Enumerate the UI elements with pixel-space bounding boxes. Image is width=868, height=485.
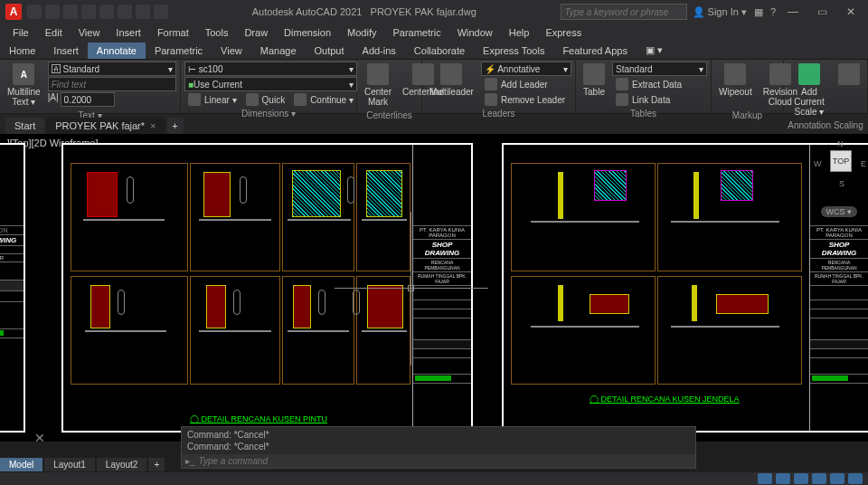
- menu-format[interactable]: Format: [150, 25, 196, 40]
- qat-share-icon[interactable]: [154, 5, 168, 19]
- link-data-button[interactable]: Link Data: [612, 92, 707, 107]
- dim-continue-button[interactable]: Continue ▾: [290, 92, 357, 107]
- layout-tab-add[interactable]: +: [148, 458, 165, 471]
- ribbon-tabs: Home Insert Annotate Parametric View Man…: [0, 42, 868, 60]
- menu-insert[interactable]: Insert: [108, 25, 148, 40]
- menu-edit[interactable]: Edit: [38, 25, 70, 40]
- menu-window[interactable]: Window: [450, 25, 500, 40]
- viewcube-top[interactable]: TOP: [830, 150, 852, 172]
- panel-label-tables: Tables: [580, 107, 707, 119]
- ribbon-tab-annotate[interactable]: Annotate: [88, 43, 146, 59]
- status-icon[interactable]: [776, 473, 790, 484]
- ribbon-panel-centerlines: Center Mark Centerline Centerlines: [357, 60, 422, 113]
- menu-view[interactable]: View: [71, 25, 108, 40]
- qat-plot-icon[interactable]: [99, 5, 114, 19]
- dimstyle-dropdown[interactable]: ⊢ sc100▾: [184, 62, 357, 76]
- ribbon-tab-parametric[interactable]: Parametric: [146, 43, 212, 59]
- menu-tools[interactable]: Tools: [198, 25, 236, 40]
- ribbon-tab-output[interactable]: Output: [306, 43, 354, 59]
- ribbon-tab-more[interactable]: ▣ ▾: [637, 42, 672, 59]
- menu-file[interactable]: File: [5, 25, 36, 40]
- file-tab-close-icon[interactable]: ×: [150, 120, 156, 131]
- multileader-button[interactable]: Multileader: [426, 62, 477, 99]
- wcs-dropdown[interactable]: WCS ▾: [821, 206, 858, 217]
- status-icon[interactable]: [830, 473, 844, 484]
- sheet-2: ◯ DETAIL RENCANA KUSEN JENDELA PT. KARYA…: [502, 143, 868, 433]
- dim-quick-button[interactable]: Quick: [242, 92, 289, 107]
- ribbon-tab-manage[interactable]: Manage: [251, 43, 306, 59]
- status-icon[interactable]: [848, 473, 863, 484]
- signin-button[interactable]: 👤 Sign In ▾: [693, 6, 747, 18]
- multiline-text-button[interactable]: A Multiline Text ▾: [4, 62, 44, 109]
- ribbon-tab-addins[interactable]: Add-ins: [354, 43, 405, 59]
- add-leader-button[interactable]: Add Leader: [481, 77, 571, 91]
- drawing-area[interactable]: -][Top][2D Wireframe] PARAGON DRAWING GU…: [0, 134, 868, 442]
- qat-open-icon[interactable]: [45, 5, 60, 19]
- minimize-icon[interactable]: —: [781, 5, 805, 18]
- file-tab-start[interactable]: Start: [5, 118, 44, 134]
- menu-parametric[interactable]: Parametric: [385, 25, 448, 40]
- viewcube[interactable]: N E S W TOP: [823, 143, 859, 197]
- command-line[interactable]: Command: *Cancel* Command: *Cancel* ▸_: [181, 426, 696, 469]
- floating-close-icon[interactable]: ✕: [34, 431, 45, 445]
- panel-label-centerlines: Centerlines: [361, 109, 418, 120]
- maximize-icon[interactable]: ▭: [810, 5, 834, 18]
- quick-access-toolbar: [27, 5, 168, 19]
- wipeout-button[interactable]: Wipeout: [715, 62, 756, 99]
- file-tab-proyek[interactable]: PROYEK PAK fajar*×: [46, 118, 165, 134]
- scale-list-button[interactable]: [835, 62, 863, 87]
- command-history: Command: *Cancel* Command: *Cancel*: [182, 427, 695, 454]
- layout-tabs: Model Layout1 Layout2 +: [0, 456, 165, 472]
- leader-style-dropdown[interactable]: ⚡ Annotative▾: [481, 62, 571, 76]
- find-text-input[interactable]: [48, 77, 176, 91]
- text-style-dropdown[interactable]: 🄰 Standard▾: [48, 62, 176, 76]
- extract-data-button[interactable]: Extract Data: [612, 77, 707, 91]
- status-icon[interactable]: [812, 473, 826, 484]
- app-logo[interactable]: A: [5, 4, 22, 20]
- panel-label-markup: Markup: [715, 109, 779, 120]
- table-button[interactable]: Table: [580, 62, 609, 99]
- ribbon-panel-tables: Table Standard▾ Extract Data Link Data T…: [576, 60, 712, 113]
- text-height-input[interactable]: [61, 92, 115, 107]
- layout-tab-layout1[interactable]: Layout1: [44, 458, 95, 471]
- menu-dimension[interactable]: Dimension: [277, 25, 338, 40]
- keyword-search-input[interactable]: [561, 4, 687, 20]
- ribbon-panel-markup: Wipeout Revision Cloud Markup: [712, 60, 784, 113]
- ribbon-tab-collaborate[interactable]: Collaborate: [405, 43, 474, 59]
- status-icon[interactable]: [794, 473, 808, 484]
- status-icon[interactable]: [758, 473, 772, 484]
- close-icon[interactable]: ✕: [839, 5, 863, 18]
- ribbon-tab-view[interactable]: View: [212, 43, 251, 59]
- statusbar: [0, 472, 868, 485]
- ribbon-tab-expresstools[interactable]: Express Tools: [474, 43, 553, 59]
- layout-tab-layout2[interactable]: Layout2: [97, 458, 147, 471]
- ribbon-tab-featuredapps[interactable]: Featured Apps: [553, 43, 637, 59]
- qat-saveas-icon[interactable]: [81, 5, 96, 19]
- autodesk-app-icon[interactable]: ▦: [754, 6, 763, 18]
- help-icon[interactable]: ?: [770, 6, 776, 17]
- qat-new-icon[interactable]: [27, 5, 42, 19]
- remove-leader-button[interactable]: Remove Leader: [481, 92, 571, 107]
- add-current-scale-button[interactable]: Add Current Scale ▾: [788, 62, 831, 119]
- ribbon-panel-scaling: Add Current Scale ▾ Annotation Scaling: [784, 60, 868, 113]
- ribbon-panel-text: A Multiline Text ▾ 🄰 Standard▾ |A| Text …: [0, 60, 181, 113]
- menu-modify[interactable]: Modify: [340, 25, 383, 40]
- layout-tab-model[interactable]: Model: [0, 458, 42, 471]
- menu-help[interactable]: Help: [502, 25, 537, 40]
- qat-save-icon[interactable]: [63, 5, 78, 19]
- dim-linear-button[interactable]: Linear ▾: [184, 92, 241, 107]
- ribbon-tab-home[interactable]: Home: [0, 43, 44, 59]
- command-prompt-icon: ▸_: [185, 456, 195, 466]
- panel-label-scaling: Annotation Scaling: [788, 119, 863, 130]
- ribbon-tab-insert[interactable]: Insert: [44, 43, 88, 59]
- center-mark-button[interactable]: Center Mark: [361, 62, 395, 109]
- command-input[interactable]: [199, 456, 692, 466]
- qat-redo-icon[interactable]: [136, 5, 150, 19]
- use-current-dropdown[interactable]: ■ Use Current▾: [184, 77, 357, 91]
- table-style-dropdown[interactable]: Standard▾: [612, 62, 707, 76]
- new-tab-button[interactable]: +: [167, 118, 184, 134]
- title-text: Autodesk AutoCAD 2021 PROYEK PAK fajar.d…: [174, 6, 555, 17]
- menu-express[interactable]: Express: [538, 25, 589, 40]
- menu-draw[interactable]: Draw: [237, 25, 275, 40]
- qat-undo-icon[interactable]: [118, 5, 132, 19]
